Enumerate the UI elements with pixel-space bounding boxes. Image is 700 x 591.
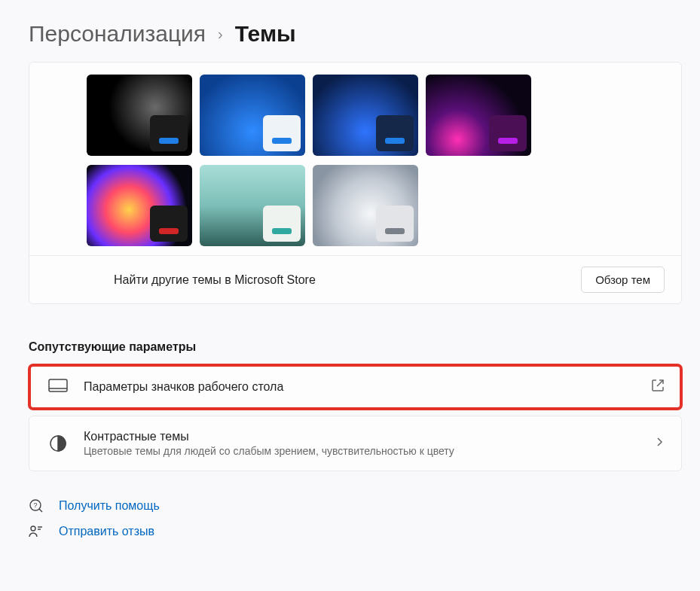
accent-chip [376,115,414,151]
svg-line-4 [39,509,42,512]
chevron-right-icon: › [218,26,223,43]
theme-tile[interactable] [313,75,418,156]
theme-tile[interactable] [87,165,192,246]
setting-title: Параметры значков рабочего стола [84,380,637,394]
theme-tile[interactable] [313,165,418,246]
themes-grid [29,62,681,255]
send-feedback-link[interactable]: Отправить отзыв [29,524,700,539]
contrast-icon [46,434,70,452]
get-help-label: Получить помощь [59,499,160,513]
svg-point-6 [31,526,35,531]
chevron-right-icon [654,437,665,450]
help-icon: ? [29,498,44,513]
get-help-link[interactable]: ? Получить помощь [29,498,700,513]
desktop-icon [46,379,70,395]
feedback-icon [29,524,44,539]
breadcrumb: Персонализация › Темы [0,0,700,62]
setting-subtitle: Цветовые темы для людей со слабым зрение… [84,445,640,457]
browse-themes-button[interactable]: Обзор тем [581,267,665,293]
desktop-icon-settings-row[interactable]: Параметры значков рабочего стола [29,364,682,410]
accent-chip [263,115,301,151]
accent-chip [489,115,527,151]
breadcrumb-parent[interactable]: Персонализация [29,21,206,47]
store-text: Найти другие темы в Microsoft Store [114,273,316,287]
setting-texts: Параметры значков рабочего стола [84,380,637,394]
svg-rect-0 [49,379,67,391]
themes-panel: Найти другие темы в Microsoft Store Обзо… [29,62,682,304]
svg-text:?: ? [33,501,37,509]
external-link-icon [651,379,665,395]
accent-chip [263,206,301,242]
setting-title: Контрастные темы [84,430,640,443]
footer-links: ? Получить помощь Отправить отзыв [29,498,700,539]
theme-tile[interactable] [200,75,305,156]
send-feedback-label: Отправить отзыв [59,525,154,538]
accent-chip [150,115,188,151]
related-heading: Сопутствующие параметры [29,340,700,354]
theme-tile[interactable] [200,165,305,246]
theme-tile[interactable] [426,75,531,156]
breadcrumb-current: Темы [235,21,296,47]
accent-chip [376,206,414,242]
theme-tile[interactable] [87,75,192,156]
store-row: Найти другие темы в Microsoft Store Обзо… [29,255,681,303]
accent-chip [150,206,188,242]
setting-texts: Контрастные темы Цветовые темы для людей… [84,430,640,457]
contrast-themes-row[interactable]: Контрастные темы Цветовые темы для людей… [29,416,682,471]
